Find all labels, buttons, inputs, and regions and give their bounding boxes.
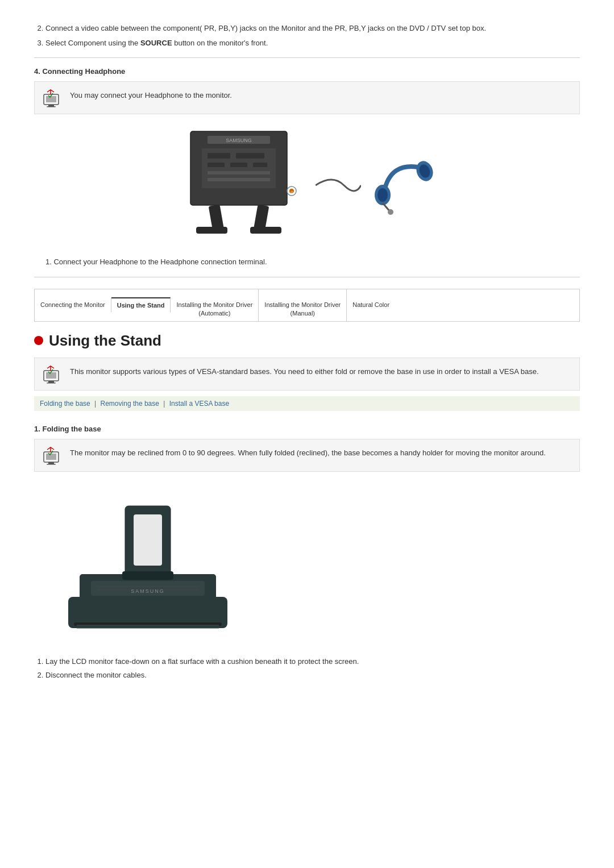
svg-rect-34: [48, 462, 54, 464]
folding-section-title: 1. Folding the base: [34, 425, 580, 433]
folding-section: 1. Folding the base The monitor may be r…: [34, 425, 580, 472]
svg-point-23: [377, 188, 388, 202]
svg-text:⊙: ⊙: [291, 190, 293, 194]
sep-1: |: [94, 400, 98, 408]
bottom-step-1: Lay the LCD monitor face-down on a flat …: [45, 656, 580, 667]
svg-text:SAMSUNG: SAMSUNG: [226, 138, 252, 143]
svg-rect-14: [208, 178, 270, 181]
svg-rect-2: [48, 105, 54, 106]
stand-base-svg: SAMSUNG: [57, 483, 239, 642]
monitor-back-svg: SAMSUNG ⊙: [173, 126, 304, 245]
svg-rect-42: [134, 514, 162, 566]
svg-rect-13: [208, 171, 270, 175]
svg-rect-33: [46, 454, 56, 460]
stand-image-area: SAMSUNG: [57, 483, 580, 642]
stand-info-box: This monitor supports various types of V…: [34, 358, 580, 391]
svg-rect-11: [230, 163, 247, 167]
svg-rect-29: [46, 372, 56, 379]
step-connect-headphone: 1. Connect your Headphone to the Headpho…: [45, 256, 580, 268]
nav-driver-manual[interactable]: Installing the Monitor Driver(Manual): [259, 289, 347, 321]
headphone-svg: [372, 154, 441, 217]
svg-rect-18: [250, 227, 281, 234]
svg-rect-12: [253, 163, 267, 167]
folding-info-box: The monitor may be reclined from 0 to 90…: [34, 439, 580, 472]
svg-rect-10: [208, 163, 225, 167]
svg-rect-8: [208, 153, 230, 159]
nav-driver-automatic[interactable]: Installing the Monitor Driver(Automatic): [171, 289, 259, 321]
stand-info-text: This monitor supports various types of V…: [70, 364, 539, 377]
headphone-info-box: You may connect your Headphone to the mo…: [34, 81, 580, 114]
svg-rect-3: [47, 106, 56, 107]
sep-2: |: [163, 400, 167, 408]
nav-bar: Connecting the Monitor Using the Stand I…: [34, 289, 580, 322]
page-title-area: Using the Stand: [34, 332, 580, 350]
nav-using-stand[interactable]: Using the Stand: [111, 297, 171, 313]
svg-rect-1: [46, 96, 56, 102]
link-folding-base[interactable]: Folding the base: [40, 400, 90, 408]
step-3: Select Component using the SOURCE button…: [45, 38, 580, 49]
headphone-image-area: SAMSUNG ⊙: [34, 126, 580, 245]
svg-rect-9: [236, 153, 264, 159]
link-removing-base[interactable]: Removing the base: [101, 400, 159, 408]
cable-svg: [316, 168, 361, 202]
top-steps-list: Connect a video cable between the compon…: [45, 23, 580, 48]
page-title-text: Using the Stand: [49, 332, 161, 350]
info-icon-stand: [43, 364, 63, 384]
section-headphone-title: 4. Connecting Headphone: [34, 67, 580, 76]
info-icon-headphone: [43, 88, 63, 108]
svg-rect-31: [47, 383, 56, 384]
link-install-vesa[interactable]: Install a VESA base: [169, 400, 229, 408]
svg-rect-30: [48, 381, 54, 383]
divider-1: [34, 57, 580, 58]
breadcrumb-area: Folding the base | Removing the base | I…: [34, 396, 580, 411]
svg-rect-17: [196, 227, 227, 234]
folding-info-text: The monitor may be reclined from 0 to 90…: [70, 445, 546, 459]
info-icon-folding: [43, 445, 63, 466]
svg-point-27: [388, 209, 393, 215]
svg-text:SAMSUNG: SAMSUNG: [131, 588, 165, 594]
divider-2: [34, 277, 580, 277]
title-dot-icon: [34, 336, 43, 345]
svg-rect-43: [122, 571, 173, 580]
headphone-info-text: You may connect your Headphone to the mo…: [70, 88, 232, 101]
nav-natural-color[interactable]: Natural Color: [347, 298, 395, 312]
bottom-steps-list: Lay the LCD monitor face-down on a flat …: [45, 656, 580, 681]
svg-rect-35: [47, 464, 56, 465]
nav-connecting-monitor[interactable]: Connecting the Monitor: [35, 298, 111, 312]
bottom-step-2: Disconnect the monitor cables.: [45, 670, 580, 681]
step-2: Connect a video cable between the compon…: [45, 23, 580, 34]
